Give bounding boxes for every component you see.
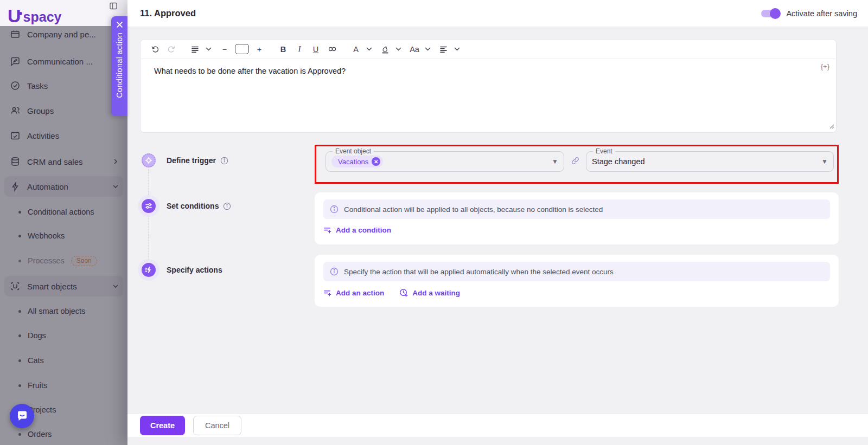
add-waiting-button[interactable]: Add a waiting xyxy=(399,288,460,297)
logo-dot xyxy=(19,12,22,15)
info-icon[interactable] xyxy=(220,157,228,165)
specify-actions-label: Specify actions xyxy=(167,266,222,274)
chevron-down-icon[interactable] xyxy=(365,42,373,56)
description-editor: − + B I U A Aa What needs to be done aft xyxy=(140,39,837,133)
activate-toggle[interactable] xyxy=(761,10,780,17)
insert-token-button[interactable]: {+} xyxy=(821,62,829,70)
add-action-button[interactable]: Add an action xyxy=(323,289,384,297)
event-select[interactable]: Event Stage changed ▼ xyxy=(586,151,834,172)
line-height-button[interactable] xyxy=(188,42,202,56)
event-value: Stage changed xyxy=(592,157,645,166)
dropdown-caret-icon: ▼ xyxy=(821,158,828,165)
modal-backdrop[interactable] xyxy=(0,26,127,445)
steps-connector xyxy=(148,169,149,271)
tab-label: Conditional action xyxy=(115,33,124,98)
toggle-knob xyxy=(770,8,781,19)
editor-toolbar: − + B I U A Aa xyxy=(141,40,836,59)
define-trigger-label: Define trigger xyxy=(167,156,216,165)
create-button[interactable]: Create xyxy=(140,416,185,435)
chevron-down-icon[interactable] xyxy=(424,42,431,56)
activate-toggle-label: Activate after saving xyxy=(786,9,857,18)
set-conditions-step-icon xyxy=(142,199,156,213)
info-icon xyxy=(330,205,339,214)
chip-remove-icon[interactable]: ✕ xyxy=(372,157,380,166)
link-button[interactable] xyxy=(325,42,339,56)
uspacy-logo[interactable]: U spacy xyxy=(8,4,61,25)
highlight-color-button[interactable] xyxy=(378,42,392,56)
conditions-info-banner: Conditional action will be applied to al… xyxy=(323,199,830,219)
underline-button[interactable]: U xyxy=(309,42,323,56)
info-icon[interactable] xyxy=(223,202,231,210)
actions-info-banner: Specify the action that will be applied … xyxy=(323,262,830,281)
event-object-label: Event object xyxy=(333,147,374,155)
font-size-box[interactable] xyxy=(235,44,249,54)
add-waiting-icon xyxy=(399,288,408,297)
specify-actions-step-icon xyxy=(142,263,156,277)
editor-text: What needs to be done after the vacation… xyxy=(154,67,346,75)
drawer-header: 11. Approved Activate after saving xyxy=(127,0,868,27)
info-icon xyxy=(330,267,339,276)
bold-button[interactable]: B xyxy=(276,42,290,56)
drawer-footer: Create Cancel xyxy=(127,413,868,437)
chevron-down-icon[interactable] xyxy=(205,42,212,56)
decrease-font-button[interactable]: − xyxy=(218,42,232,56)
logo-u-mark: U xyxy=(8,7,20,25)
event-object-chip: Vacations ✕ xyxy=(331,156,383,167)
italic-button[interactable]: I xyxy=(292,42,307,56)
redo-button[interactable] xyxy=(164,42,178,56)
sidebar-collapse-icon[interactable] xyxy=(109,2,118,12)
letter-case-button[interactable]: Aa xyxy=(407,42,422,56)
resize-handle[interactable] xyxy=(829,121,834,131)
conditional-action-drawer: 11. Approved Activate after saving − + B… xyxy=(127,0,868,445)
text-color-button[interactable]: A xyxy=(349,42,363,56)
increase-font-button[interactable]: + xyxy=(252,42,266,56)
event-label: Event xyxy=(593,147,615,155)
actions-card: Specify the action that will be applied … xyxy=(315,255,839,307)
chat-bubble-icon xyxy=(16,410,29,423)
chevron-down-icon[interactable] xyxy=(453,42,461,56)
link-fields-icon[interactable] xyxy=(571,156,580,167)
page-title: 11. Approved xyxy=(140,8,196,18)
chevron-down-icon[interactable] xyxy=(394,42,402,56)
chat-launcher-button[interactable] xyxy=(10,404,34,428)
app: U spacy Company and pe... Communication … xyxy=(0,0,868,445)
logo-wordmark: spacy xyxy=(23,9,62,25)
close-icon[interactable] xyxy=(116,21,123,28)
conditions-card: Conditional action will be applied to al… xyxy=(315,192,839,244)
conditions-info-text: Conditional action will be applied to al… xyxy=(344,205,603,214)
event-object-select[interactable]: Event object Vacations ✕ ▼ xyxy=(326,151,564,172)
add-condition-button[interactable]: Add a condition xyxy=(323,226,391,234)
add-action-icon xyxy=(323,289,331,297)
dropdown-caret-icon: ▼ xyxy=(552,158,558,165)
align-button[interactable] xyxy=(437,42,451,56)
cancel-button[interactable]: Cancel xyxy=(193,416,241,435)
editor-content[interactable]: What needs to be done after the vacation… xyxy=(141,59,836,133)
chip-label: Vacations xyxy=(338,158,368,166)
set-conditions-label: Set conditions xyxy=(167,202,219,210)
add-condition-icon xyxy=(323,226,331,234)
sidebar: U spacy Company and pe... Communication … xyxy=(0,0,127,445)
define-trigger-step-icon xyxy=(142,153,156,167)
undo-button[interactable] xyxy=(148,42,162,56)
conditional-action-tab[interactable]: Conditional action xyxy=(111,16,127,116)
actions-info-text: Specify the action that will be applied … xyxy=(344,268,614,276)
